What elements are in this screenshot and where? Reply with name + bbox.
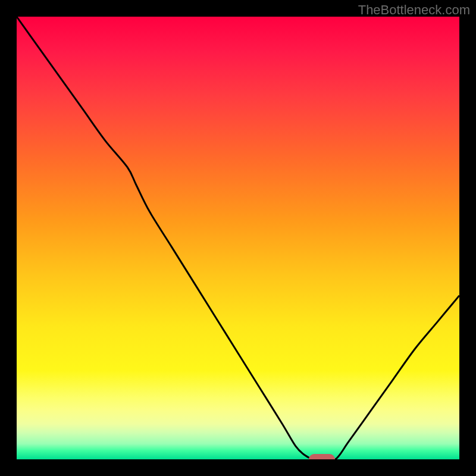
optimal-marker: [309, 454, 335, 459]
bottleneck-curve-line: [17, 17, 459, 459]
chart-curve: [17, 17, 459, 459]
watermark-text: TheBottleneck.com: [358, 2, 470, 18]
chart-plot-area: [17, 17, 459, 459]
